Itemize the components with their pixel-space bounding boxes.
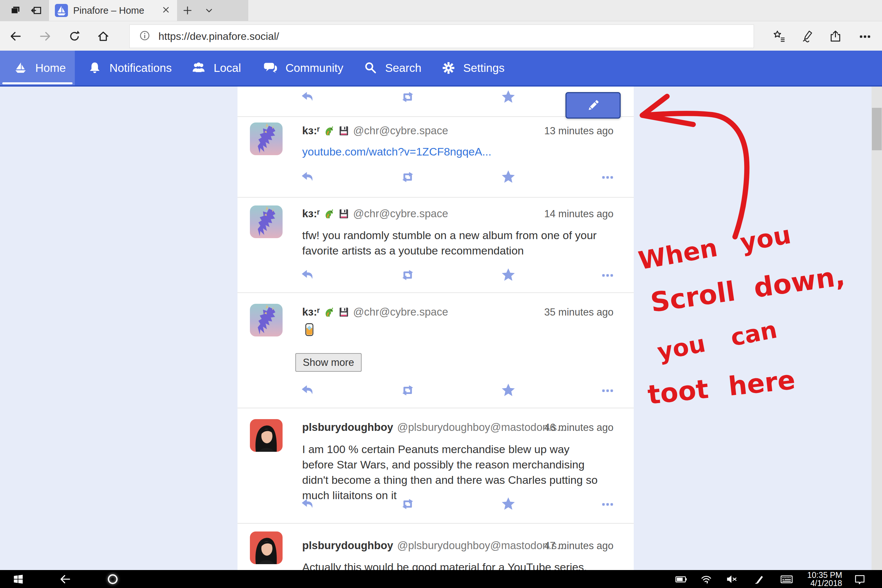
nav-item-search[interactable]: Search xyxy=(364,51,422,85)
toot-header[interactable]: plsburydoughboy @plsburydoughboy@mastodo… xyxy=(302,420,566,435)
start-button[interactable] xyxy=(10,572,26,587)
boost-button[interactable] xyxy=(399,267,417,283)
new-tab-button[interactable] xyxy=(180,3,195,18)
boost-button[interactable] xyxy=(399,496,417,512)
display-name[interactable]: plsburydoughboy xyxy=(302,539,393,552)
avatar[interactable] xyxy=(250,304,283,336)
account-handle[interactable]: @chr@cybre.space xyxy=(353,124,448,137)
pen-settings-icon[interactable] xyxy=(752,572,767,587)
search-icon xyxy=(364,61,377,75)
timeline-column: kɜ:ʳ @chr@cybre.space 13 minutes ago you… xyxy=(237,87,634,570)
nav-label-search: Search xyxy=(385,62,422,75)
favorite-button[interactable] xyxy=(499,89,518,105)
toot-body: Actually this would be good material for… xyxy=(302,560,603,570)
volume-muted-icon[interactable] xyxy=(724,572,740,587)
toot-separator xyxy=(237,523,634,524)
scrollbar-thumb[interactable] xyxy=(872,108,882,150)
timestamp[interactable]: 46 minutes ago xyxy=(544,422,614,434)
toot-header[interactable]: kɜ:ʳ @chr@cybre.space xyxy=(302,305,448,319)
reply-button[interactable] xyxy=(299,267,317,283)
web-note-button[interactable] xyxy=(799,28,816,45)
refresh-button[interactable] xyxy=(66,28,83,45)
nav-item-settings[interactable]: Settings xyxy=(442,51,504,85)
site-info-icon[interactable] xyxy=(138,29,151,44)
more-options-button[interactable] xyxy=(598,382,617,398)
favorite-button[interactable] xyxy=(499,382,518,398)
display-name[interactable]: plsburydoughboy xyxy=(302,421,393,434)
forward-button[interactable] xyxy=(37,28,54,45)
windows-taskbar xyxy=(0,570,882,588)
pinafore-favicon xyxy=(55,4,68,17)
more-options-button[interactable] xyxy=(598,267,617,283)
browser-home-button[interactable] xyxy=(95,28,112,45)
boost-button[interactable] xyxy=(399,89,417,105)
toot-header[interactable]: plsburydoughboy @plsburydoughboy@mastodo… xyxy=(302,538,566,553)
more-options-button[interactable] xyxy=(598,169,617,185)
favorite-button[interactable] xyxy=(499,496,518,512)
avatar[interactable] xyxy=(250,123,283,155)
nav-item-home[interactable]: Home xyxy=(14,51,66,85)
toot-header[interactable]: kɜ:ʳ @chr@cybre.space xyxy=(302,123,448,138)
browser-more-button[interactable] xyxy=(856,28,873,45)
nav-label-community: Community xyxy=(285,62,344,75)
reply-button[interactable] xyxy=(299,496,317,512)
nav-item-notifications[interactable]: Notifications xyxy=(88,51,172,85)
url-bar[interactable]: https://dev.pinafore.social/ xyxy=(129,24,754,48)
timestamp[interactable]: 13 minutes ago xyxy=(544,125,614,137)
display-name[interactable]: kɜ:ʳ xyxy=(302,124,320,137)
tab-title: Pinafore – Home xyxy=(73,5,156,16)
account-handle[interactable]: @chr@cybre.space xyxy=(353,207,448,220)
share-button[interactable] xyxy=(827,28,844,45)
dragon-emoji-icon xyxy=(324,126,334,136)
boost-button[interactable] xyxy=(399,169,417,185)
toot-link[interactable]: youtube.com/watch?v=1ZCF8ngqeA... xyxy=(302,146,491,158)
account-handle[interactable]: @chr@cybre.space xyxy=(353,306,448,318)
account-handle[interactable]: @plsburydoughboy@mastodon.s... xyxy=(397,539,566,552)
reply-button[interactable] xyxy=(299,169,317,185)
display-name[interactable]: kɜ:ʳ xyxy=(302,207,320,220)
favorite-button[interactable] xyxy=(499,267,518,283)
show-more-button[interactable]: Show more xyxy=(295,353,362,372)
nav-label-settings: Settings xyxy=(463,62,504,75)
taskbar-back-button[interactable] xyxy=(57,572,73,587)
page-scrollbar[interactable] xyxy=(872,87,882,570)
nav-label-home: Home xyxy=(35,62,66,75)
nav-item-community[interactable]: Community xyxy=(263,51,344,85)
set-tabs-aside-button[interactable] xyxy=(29,3,44,18)
cortana-button[interactable] xyxy=(105,572,120,587)
timestamp[interactable]: 35 minutes ago xyxy=(544,306,614,318)
bell-icon xyxy=(88,61,102,75)
toot-separator xyxy=(237,408,634,408)
timestamp[interactable]: 14 minutes ago xyxy=(544,208,614,220)
toot-header[interactable]: kɜ:ʳ @chr@cybre.space xyxy=(302,207,448,221)
avatar[interactable] xyxy=(250,531,283,564)
boost-button[interactable] xyxy=(399,382,417,398)
tabs-preview-button[interactable] xyxy=(8,3,24,18)
taskbar-clock[interactable]: 10:35 PM 4/1/2018 xyxy=(793,571,842,587)
avatar[interactable] xyxy=(250,419,283,452)
browser-tab[interactable]: Pinafore – Home xyxy=(49,0,177,21)
tab-close-icon[interactable] xyxy=(161,4,171,16)
pinafore-nav-bar: Home Notifications Local Community Searc… xyxy=(0,51,882,87)
url-text[interactable]: https://dev.pinafore.social/ xyxy=(158,30,279,42)
toot-separator xyxy=(237,292,634,293)
tab-list-chevron-icon[interactable] xyxy=(202,3,216,18)
battery-icon[interactable] xyxy=(673,572,689,587)
floppy-emoji-icon xyxy=(338,208,349,219)
timestamp[interactable]: 47 minutes ago xyxy=(544,540,614,552)
compose-toot-button[interactable] xyxy=(566,92,621,118)
wifi-icon[interactable] xyxy=(698,572,714,587)
action-center-button[interactable] xyxy=(852,572,868,587)
more-options-button[interactable] xyxy=(598,496,617,512)
favorites-hub-button[interactable] xyxy=(771,28,788,45)
display-name[interactable]: kɜ:ʳ xyxy=(302,306,320,318)
reply-button[interactable] xyxy=(299,89,317,105)
account-handle[interactable]: @plsburydoughboy@mastodon.s... xyxy=(397,421,566,434)
avatar[interactable] xyxy=(250,206,283,238)
nav-item-local[interactable]: Local xyxy=(191,51,241,85)
touch-keyboard-icon[interactable] xyxy=(779,572,795,587)
reply-button[interactable] xyxy=(299,382,317,398)
sailboat-icon xyxy=(14,61,27,75)
favorite-button[interactable] xyxy=(499,169,518,185)
back-button[interactable] xyxy=(7,28,24,45)
